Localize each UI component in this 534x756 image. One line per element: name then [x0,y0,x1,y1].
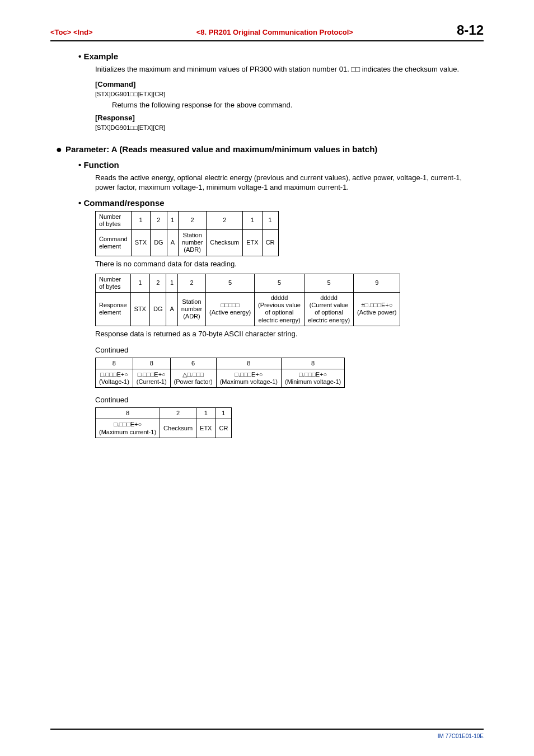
table-cell: CR [262,230,278,256]
example-intro: Initializes the maximum and minimum valu… [95,64,484,74]
table-cell: 1 [130,274,149,292]
page-number: 8-12 [457,22,484,38]
table-cell: 5 [304,274,353,292]
continued-label-2: Continued [95,396,484,404]
table-cell: DG [149,292,166,326]
parameter-a-heading: ● Parameter: A (Reads measured value and… [56,144,484,154]
toc-ind-link[interactable]: <Toc> <Ind> [50,28,93,36]
table-cell: 8 [96,358,133,369]
table-cell: 8 [96,408,160,419]
command-code: [STX]DG901□□[ETX][CR] [95,91,484,97]
table-cell: 2 [207,211,243,229]
function-text: Reads the active energy, optional electr… [95,173,484,192]
function-heading: Function [78,160,484,170]
response-data-note: Response data is returned as a 70-byte A… [95,330,484,338]
table-cell: □.□□□E+○ (Current-1) [133,369,170,387]
table-cell: STX [130,292,149,326]
response-note: Returns the following response for the a… [112,101,484,109]
response-table: Number of bytes 1 2 1 2 5 5 5 9 Response… [95,274,400,326]
page-header: <Toc> <Ind> <8. PR201 Original Communica… [50,22,484,41]
table-cell: □.□□□E+○ (Maximum current-1) [96,419,160,438]
table-cell: 1 [216,408,232,419]
table-cell: A [166,292,177,326]
command-response-heading: Command/response [78,198,484,208]
table-cell: 1 [196,408,216,419]
table-cell: 8 [216,358,281,369]
table-cell: 1 [166,274,177,292]
parameter-a-title: Parameter: A (Reads measured value and m… [65,144,377,154]
table-cell: 2 [149,274,166,292]
table-cell: Checksum [207,230,243,256]
table-cell: ETX [196,419,216,438]
table-cell: Number of bytes [96,211,132,229]
table-cell: 1 [167,211,178,229]
table-cell: ±□.□□□E+○ (Active power) [354,292,400,326]
table-cell: 5 [206,274,255,292]
response-label: [Response] [95,114,484,122]
table-cell: Number of bytes [96,274,131,292]
table-cell: Response element [96,292,131,326]
bullet-icon: ● [56,144,62,154]
table-cell: Station number (ADR) [179,230,207,256]
page-footer: IM 77C01E01-10E [50,729,484,739]
table-cell: 9 [354,274,400,292]
table-cell: □.□□□E+○ (Voltage-1) [96,369,133,387]
chapter-title: <8. PR201 Original Communication Protoco… [196,28,353,36]
table-cell: 2 [179,211,207,229]
continued-label-1: Continued [95,346,484,354]
table-cell: ddddd (Current value of optional electri… [304,292,353,326]
table-cell: □.□□□E+○ (Minimum voltage-1) [282,369,345,387]
continued-table-2: 8 2 1 1 □.□□□E+○ (Maximum current-1) Che… [95,407,232,438]
table-cell: Checksum [160,419,196,438]
table-cell: 8 [133,358,170,369]
table-cell: 5 [255,274,305,292]
example-heading: Example [78,51,484,61]
table-cell: 2 [177,274,205,292]
table-cell: 1 [243,211,262,229]
table-cell: 6 [170,358,216,369]
doc-code: IM 77C01E01-10E [438,733,484,739]
table-cell: □.□□□E+○ (Maximum voltage-1) [216,369,281,387]
response-code: [STX]DG901□□[ETX][CR] [95,124,484,131]
table-cell: □□□□□ (Active energy) [206,292,255,326]
table-cell: DG [151,230,167,256]
table-cell: 8 [282,358,345,369]
continued-table-1: 8 8 6 8 8 □.□□□E+○ (Voltage-1) □.□□□E+○ … [95,358,345,388]
table-cell: ETX [243,230,262,256]
command-table: Number of bytes 1 2 1 2 2 1 1 Command el… [95,211,279,256]
table-cell: STX [131,230,150,256]
table-cell: 2 [151,211,167,229]
table-cell: Station number (ADR) [177,292,205,326]
table-cell: Command element [96,230,132,256]
table-cell: CR [216,419,232,438]
table-cell: 2 [160,408,196,419]
table-cell: 1 [262,211,278,229]
no-command-data-note: There is no command data for data readin… [95,260,484,268]
command-label: [Command] [95,80,484,88]
table-cell: ddddd (Previous value of optional electr… [255,292,305,326]
table-cell: △□.□□□ (Power factor) [170,369,216,387]
table-cell: A [167,230,178,256]
table-cell: 1 [131,211,150,229]
